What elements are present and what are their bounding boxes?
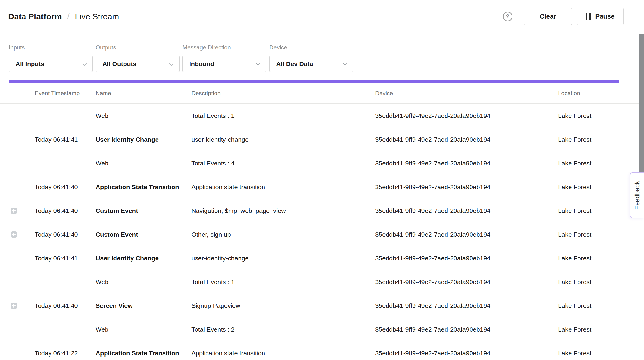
inputs-select[interactable]: All Inputs xyxy=(9,56,93,72)
table-row[interactable]: Web Total Events : 4 35eddb41-9ff9-49e2-… xyxy=(0,151,644,175)
column-header-name: Name xyxy=(96,90,192,97)
filter-label: Device xyxy=(269,44,353,51)
column-header-timestamp: Event Timestamp xyxy=(35,90,96,97)
column-header-description: Description xyxy=(192,90,375,97)
event-timestamp: Today 06:41:40 xyxy=(35,231,96,238)
column-header-location: Location xyxy=(558,90,644,97)
event-description: user-identity-change xyxy=(192,136,375,143)
table-header-row: Event Timestamp Name Description Device … xyxy=(0,83,644,104)
chevron-down-icon xyxy=(256,60,261,65)
event-device: 35eddb41-9ff9-49e2-7aed-20afa90eb194 xyxy=(375,183,558,191)
event-device: 35eddb41-9ff9-49e2-7aed-20afa90eb194 xyxy=(375,278,558,286)
table-row[interactable]: Today 06:41:40 Application State Transit… xyxy=(0,175,644,199)
table-row[interactable]: Web Total Events : 1 35eddb41-9ff9-49e2-… xyxy=(0,104,644,128)
breadcrumb-separator: / xyxy=(67,11,70,21)
event-description: Application state transition xyxy=(192,350,375,357)
event-name: Custom Event xyxy=(96,207,192,215)
event-description: Application state transition xyxy=(192,183,375,191)
filter-message-direction: Message Direction Inbound xyxy=(182,44,266,72)
event-location: Lake Forest xyxy=(558,255,644,262)
event-name: User Identity Change xyxy=(96,136,192,143)
event-description: Signup Pageview xyxy=(192,302,375,310)
table-row[interactable]: Today 06:41:22 Application State Transit… xyxy=(0,341,644,360)
event-name: Web xyxy=(96,112,192,120)
event-name: Web xyxy=(96,160,192,167)
event-device: 35eddb41-9ff9-49e2-7aed-20afa90eb194 xyxy=(375,231,558,238)
header-actions: ? Clear Pause xyxy=(503,7,624,25)
breadcrumb-section[interactable]: Data Platform xyxy=(8,12,62,21)
pause-button[interactable]: Pause xyxy=(576,7,624,25)
page-header: Data Platform / Live Stream ? Clear Paus… xyxy=(0,0,644,33)
accent-bar xyxy=(9,80,619,83)
live-stream-page: Data Platform / Live Stream ? Clear Paus… xyxy=(0,0,644,360)
inputs-select-value: All Inputs xyxy=(16,60,44,68)
help-glyph: ? xyxy=(506,13,510,20)
feedback-tab[interactable]: Feedback xyxy=(630,173,644,218)
table-row[interactable]: Today 06:41:41 User Identity Change user… xyxy=(0,246,644,270)
scrollbar-thumb[interactable] xyxy=(639,34,644,172)
event-description: Total Events : 4 xyxy=(192,160,375,167)
event-name: Web xyxy=(96,278,192,286)
event-device: 35eddb41-9ff9-49e2-7aed-20afa90eb194 xyxy=(375,207,558,215)
column-header-device: Device xyxy=(375,90,558,97)
expand-icon[interactable] xyxy=(11,303,17,309)
event-device: 35eddb41-9ff9-49e2-7aed-20afa90eb194 xyxy=(375,255,558,262)
feedback-tab-label: Feedback xyxy=(634,181,641,210)
message-direction-select-value: Inbound xyxy=(189,60,214,68)
event-location: Lake Forest xyxy=(558,278,644,286)
expand-icon[interactable] xyxy=(11,208,17,214)
event-location: Lake Forest xyxy=(558,160,644,167)
outputs-select-value: All Outputs xyxy=(102,60,136,68)
table-row[interactable]: Today 06:41:40 Custom Event Other, sign … xyxy=(0,223,644,246)
outputs-select[interactable]: All Outputs xyxy=(96,56,180,72)
filter-label: Message Direction xyxy=(182,44,266,51)
event-name: Custom Event xyxy=(96,231,192,238)
help-icon[interactable]: ? xyxy=(503,12,512,21)
event-description: user-identity-change xyxy=(192,255,375,262)
event-device: 35eddb41-9ff9-49e2-7aed-20afa90eb194 xyxy=(375,326,558,333)
table-row[interactable]: Today 06:41:40 Custom Event Navigation, … xyxy=(0,199,644,223)
event-device: 35eddb41-9ff9-49e2-7aed-20afa90eb194 xyxy=(375,350,558,357)
event-timestamp: Today 06:41:40 xyxy=(35,207,96,215)
event-name: Web xyxy=(96,326,192,333)
event-timestamp: Today 06:41:41 xyxy=(35,136,96,143)
event-location: Lake Forest xyxy=(558,112,644,120)
expand-icon[interactable] xyxy=(11,231,17,238)
event-description: Total Events : 1 xyxy=(192,278,375,286)
event-device: 35eddb41-9ff9-49e2-7aed-20afa90eb194 xyxy=(375,160,558,167)
event-device: 35eddb41-9ff9-49e2-7aed-20afa90eb194 xyxy=(375,302,558,310)
filter-inputs: Inputs All Inputs xyxy=(9,44,93,72)
event-timestamp: Today 06:41:22 xyxy=(35,350,96,357)
message-direction-select[interactable]: Inbound xyxy=(182,56,266,72)
breadcrumb: Data Platform / Live Stream xyxy=(8,11,119,21)
filter-device: Device All Dev Data xyxy=(269,44,353,72)
table-row[interactable]: Today 06:41:40 Screen View Signup Pagevi… xyxy=(0,294,644,318)
device-select[interactable]: All Dev Data xyxy=(269,56,353,72)
events-table: Event Timestamp Name Description Device … xyxy=(0,83,644,360)
event-timestamp: Today 06:41:41 xyxy=(35,255,96,262)
table-row[interactable]: Web Total Events : 2 35eddb41-9ff9-49e2-… xyxy=(0,318,644,341)
event-name: Application State Transition xyxy=(96,183,192,191)
filter-label: Inputs xyxy=(9,44,93,51)
event-timestamp: Today 06:41:40 xyxy=(35,183,96,191)
event-description: Total Events : 1 xyxy=(192,112,375,120)
event-timestamp: Today 06:41:40 xyxy=(35,302,96,310)
event-device: 35eddb41-9ff9-49e2-7aed-20afa90eb194 xyxy=(375,136,558,143)
event-description: Total Events : 2 xyxy=(192,326,375,333)
filter-label: Outputs xyxy=(96,44,180,51)
clear-button[interactable]: Clear xyxy=(524,7,572,25)
chevron-down-icon xyxy=(169,60,174,65)
event-location: Lake Forest xyxy=(558,350,644,357)
event-description: Navigation, $mp_web_page_view xyxy=(192,207,375,215)
table-row[interactable]: Web Total Events : 1 35eddb41-9ff9-49e2-… xyxy=(0,270,644,294)
table-row[interactable]: Today 06:41:41 User Identity Change user… xyxy=(0,128,644,151)
filters-bar: Inputs All Inputs Outputs All Outputs Me… xyxy=(0,33,644,72)
device-select-value: All Dev Data xyxy=(276,60,313,68)
chevron-down-icon xyxy=(343,60,348,65)
chevron-down-icon xyxy=(82,60,87,65)
pause-icon xyxy=(586,13,591,20)
event-location: Lake Forest xyxy=(558,326,644,333)
event-name: Screen View xyxy=(96,302,192,310)
event-name: Application State Transition xyxy=(96,350,192,357)
event-name: User Identity Change xyxy=(96,255,192,262)
